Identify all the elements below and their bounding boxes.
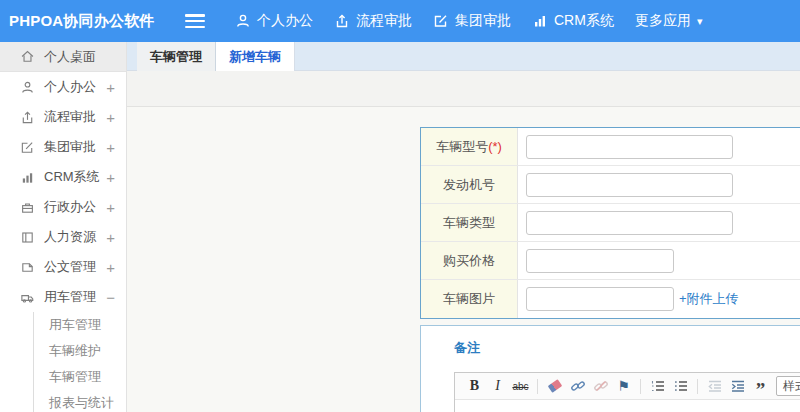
expand-icon: + [106,169,115,186]
form-row-price: 购买价格 [421,242,800,280]
crm-icon [532,13,548,29]
nav-group-approval[interactable]: 集团审批 [433,12,511,30]
style-dropdown-label: 样式 [783,378,800,395]
italic-icon[interactable]: I [487,376,508,397]
expand-icon: + [106,229,115,246]
toolbar-strip [127,71,800,107]
nav-label: 集团审批 [455,12,511,30]
label-text: 购买价格 [443,252,495,270]
submenu-item-vehicle-use[interactable]: 用车管理 [49,312,126,338]
user-icon [235,13,251,29]
vehicle-form: 车辆型号(*) 发动机号 车辆类型 购买价格 [420,127,800,319]
vehicle-submenu: 用车管理 车辆维护 车辆管理 报表与统计 [33,312,126,412]
vehicle-image-input[interactable] [526,287,674,311]
field-label: 车辆类型 [421,204,518,241]
sidebar-item-documents[interactable]: 公文管理 + [0,252,126,282]
form-row-engine: 发动机号 [421,166,800,204]
attachment-upload-link[interactable]: +附件上传 [679,290,739,308]
link-icon[interactable] [567,376,588,397]
tab-bar: 车辆管理 新增车辆 [127,42,800,71]
nav-personal-office[interactable]: 个人办公 [235,12,313,30]
indent-icon[interactable] [727,376,748,397]
field-label: 购买价格 [421,242,518,279]
notes-title: 备注 [454,339,800,357]
expand-icon: + [106,199,115,216]
expand-icon: + [106,109,115,126]
approval-icon [433,13,449,29]
blockquote-icon[interactable]: ” [750,376,771,397]
sidebar-item-process-approval[interactable]: 流程审批 + [0,102,126,132]
engine-number-input[interactable] [526,173,733,197]
sidebar-item-personal-office[interactable]: 个人办公 + [0,72,126,102]
toolbar-separator [697,379,698,394]
ordered-list-icon[interactable] [647,376,668,397]
field-label: 发动机号 [421,166,518,203]
unordered-list-icon[interactable] [670,376,691,397]
main-area: 车辆管理 新增车辆 车辆型号(*) 发动机号 车辆类型 [127,42,800,412]
style-dropdown[interactable]: 样式 ▾ [776,376,800,396]
sidebar-item-vehicle-mgmt[interactable]: 用车管理 − [0,282,126,312]
bold-icon[interactable]: B [464,376,485,397]
expand-icon: + [106,259,115,276]
content-area: 车辆型号(*) 发动机号 车辆类型 购买价格 [127,107,800,412]
editor-content-area[interactable] [455,400,800,412]
label-text: 车辆图片 [443,290,495,308]
nav-label: 更多应用 [635,12,691,30]
truck-icon [20,290,36,305]
form-row-image: 车辆图片 +附件上传 [421,280,800,318]
submenu-item-vehicle-maintenance[interactable]: 车辆维护 [49,338,126,364]
required-mark: (*) [488,139,502,154]
process-icon [334,13,350,29]
sidebar-item-label: 个人桌面 [44,48,126,66]
caret-down-icon: ▾ [697,16,703,27]
home-icon [20,49,36,64]
sidebar: 个人桌面 个人办公 + 流程审批 + 集团审批 + CRM系统 + 行政办公 +… [0,42,127,412]
unlink-icon[interactable] [590,376,611,397]
tab-vehicle-management[interactable]: 车辆管理 [137,42,216,71]
vehicle-type-input[interactable] [526,211,733,235]
remove-format-icon[interactable] [544,376,565,397]
vehicle-model-input[interactable] [526,135,733,159]
field-label: 车辆型号(*) [421,128,518,165]
briefcase-icon [20,200,36,215]
sidebar-item-group-approval[interactable]: 集团审批 + [0,132,126,162]
toolbar-separator [640,379,641,394]
form-row-model: 车辆型号(*) [421,128,800,166]
notes-panel: 备注 B I abc ⚑ ” [420,325,800,412]
submenu-item-vehicle-management[interactable]: 车辆管理 [49,364,126,390]
top-nav: 个人办公 流程审批 集团审批 CRM系统 更多应用 ▾ [235,12,702,30]
purchase-price-input[interactable] [526,249,674,273]
outdent-icon[interactable] [704,376,725,397]
collapse-icon: − [106,289,115,306]
tab-new-vehicle[interactable]: 新增车辆 [216,42,295,71]
menu-icon[interactable] [185,14,205,28]
field-label: 车辆图片 [421,280,518,318]
label-text: 车辆类型 [443,214,495,232]
document-icon [20,260,36,275]
approval-icon [20,140,36,155]
nav-process-approval[interactable]: 流程审批 [334,12,412,30]
toolbar-separator [537,379,538,394]
anchor-icon[interactable]: ⚑ [613,376,634,397]
expand-icon: + [106,79,115,96]
sidebar-item-crm[interactable]: CRM系统 + [0,162,126,192]
editor-toolbar: B I abc ⚑ ” 样式 [455,373,800,400]
submenu-item-reports-statistics[interactable]: 报表与统计 [49,390,126,412]
nav-label: 个人办公 [257,12,313,30]
nav-crm-system[interactable]: CRM系统 [532,12,614,30]
top-header: PHPOA协同办公软件 个人办公 流程审批 集团审批 CRM系统 更多应用 ▾ [0,0,800,42]
book-icon [20,230,36,245]
sidebar-item-personal-desktop[interactable]: 个人桌面 [0,42,126,72]
process-icon [20,110,36,125]
strikethrough-icon[interactable]: abc [510,376,531,397]
expand-icon: + [106,139,115,156]
label-text: 发动机号 [443,176,495,194]
label-text: 车辆型号 [436,138,488,156]
sidebar-item-admin-office[interactable]: 行政办公 + [0,192,126,222]
sidebar-item-hr[interactable]: 人力资源 + [0,222,126,252]
nav-more-apps[interactable]: 更多应用 ▾ [635,12,703,30]
user-icon [20,80,36,95]
app-logo: PHPOA协同办公软件 [0,12,175,31]
rich-text-editor: B I abc ⚑ ” 样式 [454,372,800,412]
form-row-type: 车辆类型 [421,204,800,242]
